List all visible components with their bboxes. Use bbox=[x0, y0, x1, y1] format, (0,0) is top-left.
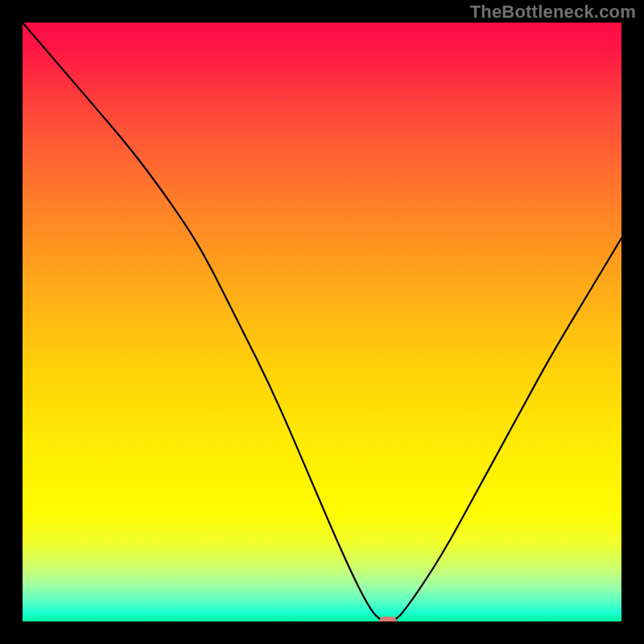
chart-frame: TheBottleneck.com bbox=[0, 0, 644, 644]
curve-path bbox=[23, 23, 621, 621]
bottleneck-curve bbox=[23, 23, 621, 621]
watermark-text: TheBottleneck.com bbox=[470, 2, 636, 23]
optimum-marker bbox=[379, 617, 397, 621]
plot-area bbox=[23, 23, 621, 621]
